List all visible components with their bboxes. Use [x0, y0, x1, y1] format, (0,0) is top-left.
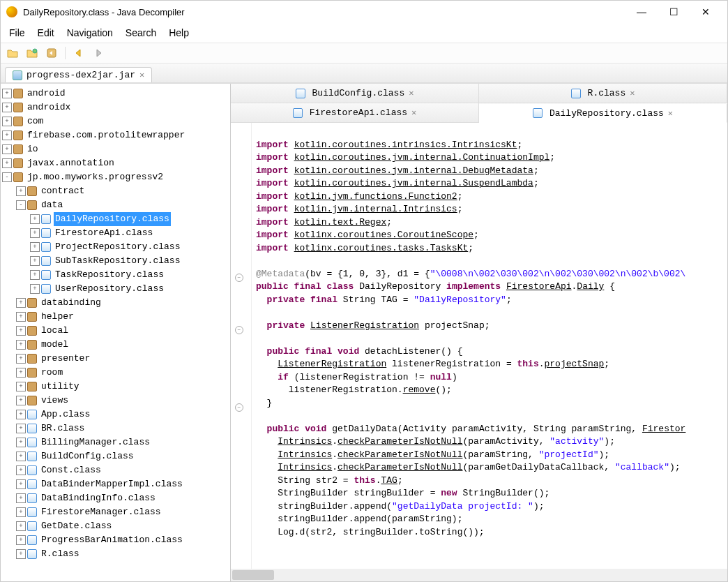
tree-item[interactable]: +helper — [2, 310, 229, 324]
expand-icon[interactable]: + — [2, 158, 12, 168]
tree-item[interactable]: +ProjectRepository.class — [2, 240, 229, 254]
tree-item[interactable]: +BR.class — [2, 421, 229, 435]
editor-tab[interactable]: BuildConfig.class✕ — [231, 84, 479, 103]
fold-icon[interactable]: − — [235, 403, 243, 412]
tree-item[interactable]: +androidx — [2, 100, 229, 114]
editor-tab[interactable]: DailyRepository.class✕ — [479, 104, 727, 123]
tree-item[interactable]: +room — [2, 366, 229, 380]
editor-tab[interactable]: R.class✕ — [479, 84, 727, 103]
tree-item[interactable]: +utility — [2, 380, 229, 394]
expand-icon[interactable]: + — [16, 535, 26, 545]
code-editor[interactable]: − − − import kotlin.coroutines.intrinsic… — [231, 123, 727, 569]
tree-item[interactable]: +io — [2, 142, 229, 156]
back-button[interactable] — [71, 45, 86, 61]
tree-item[interactable]: +DataBindingInfo.class — [2, 491, 229, 505]
tree-item[interactable]: +ProgressBarAnimation.class — [2, 533, 229, 547]
horizontal-scrollbar[interactable] — [231, 569, 727, 581]
maximize-button[interactable]: ☐ — [658, 1, 690, 22]
tree-item[interactable]: +BuildConfig.class — [2, 449, 229, 463]
expand-icon[interactable]: - — [16, 200, 26, 210]
expand-icon[interactable]: + — [16, 493, 26, 503]
expand-icon[interactable]: + — [16, 424, 26, 433]
tree-item[interactable]: +Const.class — [2, 463, 229, 477]
menu-edit[interactable]: Edit — [38, 27, 54, 38]
forward-button[interactable] — [91, 45, 106, 61]
menu-help[interactable]: Help — [169, 27, 189, 38]
expand-icon[interactable]: + — [2, 89, 12, 98]
menu-navigation[interactable]: Navigation — [67, 27, 113, 38]
tree-item[interactable]: +contract — [2, 184, 229, 198]
expand-icon[interactable]: + — [30, 214, 40, 224]
expand-icon[interactable]: + — [16, 507, 26, 517]
expand-icon[interactable]: + — [16, 452, 26, 461]
expand-icon[interactable]: + — [16, 479, 26, 489]
project-tab[interactable]: progress-dex2jar.jar ✕ — [5, 67, 152, 82]
class-icon — [533, 108, 543, 118]
expand-icon[interactable]: + — [16, 549, 26, 559]
expand-icon[interactable]: + — [16, 298, 26, 308]
tree-item[interactable]: -jp.moo.myworks.progressv2 — [2, 170, 229, 184]
fold-icon[interactable]: − — [235, 274, 243, 282]
tree-item[interactable]: +local — [2, 324, 229, 338]
tree-item[interactable]: +SubTaskRepository.class — [2, 254, 229, 268]
expand-icon[interactable]: + — [16, 326, 26, 336]
tree-item[interactable]: +TaskRepository.class — [2, 268, 229, 282]
tree-item[interactable]: +views — [2, 394, 229, 408]
open-type-button[interactable] — [24, 45, 40, 61]
menu-file[interactable]: File — [9, 27, 25, 38]
tree-item[interactable]: +com — [2, 114, 229, 128]
expand-icon[interactable]: + — [16, 354, 26, 364]
package-explorer[interactable]: +android+androidx+com+firebase.com.proto… — [1, 84, 231, 581]
expand-icon[interactable]: + — [16, 312, 26, 322]
expand-icon[interactable]: + — [16, 521, 26, 531]
fold-icon[interactable]: − — [235, 326, 243, 334]
expand-icon[interactable]: + — [30, 270, 40, 280]
expand-icon[interactable]: + — [30, 256, 40, 266]
expand-icon[interactable]: + — [16, 396, 26, 405]
expand-icon[interactable]: + — [2, 117, 12, 126]
close-button[interactable]: ✕ — [690, 1, 722, 22]
expand-icon[interactable]: + — [30, 228, 40, 238]
tree-item[interactable]: +R.class — [2, 547, 229, 561]
tree-item[interactable]: +FirestoreApi.class — [2, 226, 229, 240]
expand-icon[interactable]: + — [2, 144, 12, 154]
expand-icon[interactable]: + — [16, 465, 26, 475]
tree-item[interactable]: +BillingManager.class — [2, 435, 229, 449]
tree-item[interactable]: +android — [2, 87, 229, 100]
expand-icon[interactable]: + — [2, 130, 12, 140]
expand-icon[interactable]: + — [30, 242, 40, 252]
scroll-thumb[interactable] — [232, 570, 274, 580]
expand-icon[interactable]: + — [16, 438, 26, 447]
close-icon[interactable]: ✕ — [409, 88, 414, 98]
close-icon[interactable]: ✕ — [139, 70, 144, 80]
tree-item[interactable]: -data — [2, 198, 229, 212]
expand-icon[interactable]: + — [2, 103, 12, 112]
menu-search[interactable]: Search — [126, 27, 156, 38]
save-button[interactable] — [44, 45, 59, 61]
expand-icon[interactable]: + — [30, 284, 40, 294]
expand-icon[interactable]: + — [16, 410, 26, 419]
tree-item[interactable]: +databinding — [2, 296, 229, 310]
expand-icon[interactable]: + — [16, 382, 26, 391]
tree-item[interactable]: +javax.annotation — [2, 156, 229, 170]
minimize-button[interactable]: — — [625, 1, 658, 22]
tree-item[interactable]: +App.class — [2, 408, 229, 421]
tree-item[interactable]: +firebase.com.protolitewrapper — [2, 128, 229, 142]
open-file-button[interactable] — [5, 45, 20, 61]
expand-icon[interactable]: + — [16, 340, 26, 350]
expand-icon[interactable]: - — [2, 172, 12, 182]
close-icon[interactable]: ✕ — [630, 88, 635, 98]
close-icon[interactable]: ✕ — [668, 108, 673, 119]
tree-item[interactable]: +presenter — [2, 352, 229, 366]
expand-icon[interactable]: + — [16, 186, 26, 196]
close-icon[interactable]: ✕ — [411, 107, 416, 118]
tree-item[interactable]: +DataBinderMapperImpl.class — [2, 477, 229, 491]
expand-icon[interactable]: + — [16, 368, 26, 378]
tree-item[interactable]: +UserRepository.class — [2, 282, 229, 296]
editor-tab[interactable]: FirestoreApi.class✕ — [231, 103, 479, 122]
code-line: Intrinsics.checkParameterIsNotNull(param… — [256, 436, 615, 447]
tree-item[interactable]: +model — [2, 338, 229, 352]
tree-item[interactable]: +DailyRepository.class — [2, 212, 229, 226]
tree-item[interactable]: +GetDate.class — [2, 519, 229, 533]
tree-item[interactable]: +FirestoreManager.class — [2, 505, 229, 519]
